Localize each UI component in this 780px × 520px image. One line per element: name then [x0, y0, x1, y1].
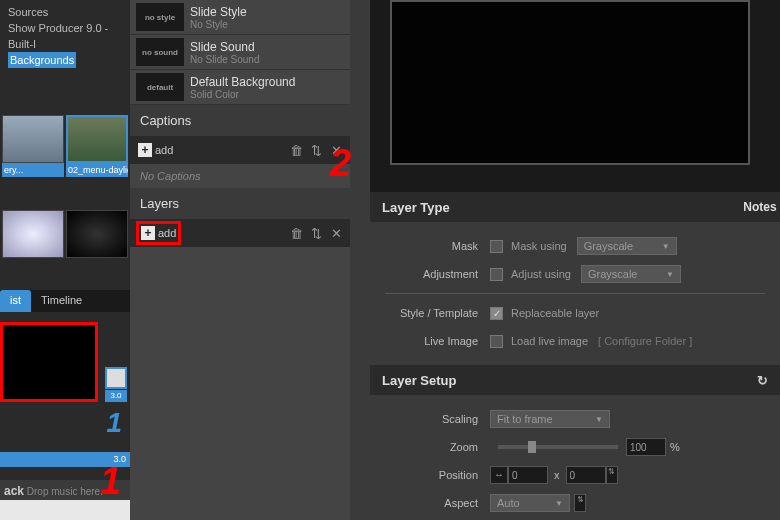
style-checkbox[interactable]: [490, 307, 503, 320]
thumbnail[interactable]: ery...: [2, 115, 64, 185]
slide-style-row[interactable]: no style Slide StyleNo Style: [130, 0, 350, 35]
background-row[interactable]: default Default BackgroundSolid Color: [130, 70, 350, 105]
scaling-row: Scaling Fit to frame▼: [370, 405, 780, 433]
zoom-row: Zoom %: [370, 433, 780, 461]
trash-icon[interactable]: 🗑: [288, 142, 304, 158]
aspect-dropdown[interactable]: Auto▼: [490, 494, 570, 512]
scaling-dropdown[interactable]: Fit to frame▼: [490, 410, 610, 428]
annotation-1: 1: [100, 460, 121, 503]
pos-x-input[interactable]: [508, 466, 548, 484]
wrench-icon[interactable]: ✕: [328, 225, 344, 241]
layers-header: Layers: [130, 188, 350, 219]
aspect-row: Aspect Auto▼ ⇅: [370, 489, 780, 517]
add-layer-button[interactable]: + add: [136, 221, 181, 245]
pos-y-input[interactable]: [566, 466, 606, 484]
live-row: Live Image Load live image [ Configure F…: [370, 327, 780, 355]
mask-checkbox[interactable]: [490, 240, 503, 253]
layers-toolbar: + add 🗑 ⇅ ✕: [130, 219, 350, 247]
track-area[interactable]: [0, 500, 130, 520]
live-checkbox[interactable]: [490, 335, 503, 348]
position-row: Position ↔ x ⇅: [370, 461, 780, 489]
style-row: Style / Template Replaceable layer: [370, 299, 780, 327]
style-swatch: no style: [136, 3, 184, 31]
source-tree: Sources Show Producer 9.0 - Built-I Back…: [0, 0, 130, 68]
duration-badge: 3.0: [105, 390, 127, 402]
tab-list[interactable]: ist: [0, 290, 31, 312]
layer-setup-header: Layer Setup ↻: [370, 365, 780, 395]
aspect-spinner[interactable]: ⇅: [574, 494, 586, 512]
add-caption-button[interactable]: + add: [136, 141, 175, 159]
reorder-icon[interactable]: ⇅: [308, 142, 324, 158]
plus-icon: +: [138, 143, 152, 157]
reorder-icon[interactable]: ⇅: [308, 225, 324, 241]
thumbnail-selected[interactable]: 02_menu-daylig...: [66, 115, 128, 185]
bg-swatch: default: [136, 73, 184, 101]
adjust-dropdown[interactable]: Grayscale▼: [581, 265, 681, 283]
configure-folder-link[interactable]: [ Configure Folder ]: [598, 335, 692, 347]
thumbnail-row: ery... 02_menu-daylig...: [0, 113, 130, 208]
annotation-2: 2: [330, 142, 351, 185]
slide-number: 1: [106, 407, 122, 439]
timeline-clip[interactable]: [0, 322, 98, 402]
adjust-checkbox[interactable]: [490, 268, 503, 281]
zoom-slider[interactable]: [498, 445, 618, 449]
plus-icon: +: [141, 226, 155, 240]
layer-type-header: Layer Type ↻: [370, 192, 780, 222]
thumb-label: ery...: [2, 163, 64, 177]
tree-item-selected[interactable]: Backgrounds: [8, 52, 76, 68]
preview-panel: [370, 0, 780, 192]
mask-dropdown[interactable]: Grayscale▼: [577, 237, 677, 255]
pos-x-left[interactable]: ↔: [490, 466, 508, 484]
zoom-input[interactable]: [626, 438, 666, 456]
view-tabs: ist Timeline: [0, 290, 130, 312]
timeline-area: 3.0 1 3.0: [0, 312, 130, 472]
timeline-thumb[interactable]: [105, 367, 127, 389]
thumbnail[interactable]: [2, 210, 64, 280]
tab-timeline[interactable]: Timeline: [31, 290, 92, 312]
captions-toolbar: + add 🗑 ⇅ ✕: [130, 136, 350, 164]
preview-canvas[interactable]: [390, 0, 750, 165]
notes-tab[interactable]: Notes: [740, 192, 780, 222]
slide-sound-row[interactable]: no sound Slide SoundNo Slide Sound: [130, 35, 350, 70]
sound-swatch: no sound: [136, 38, 184, 66]
tree-item[interactable]: Show Producer 9.0 - Built-I: [8, 20, 130, 52]
captions-header: Captions: [130, 105, 350, 136]
thumbnail[interactable]: [66, 210, 128, 280]
properties-panel: no style Slide StyleNo Style no sound Sl…: [130, 0, 350, 520]
thumbnail-row-2: [0, 208, 130, 283]
captions-empty: No Captions: [130, 164, 350, 188]
layer-properties: Layer Type ↻ Mask Mask using Grayscale▼ …: [370, 192, 780, 520]
adjustment-row: Adjustment Adjust using Grayscale▼: [370, 260, 780, 288]
pos-spinner[interactable]: ⇅: [606, 466, 618, 484]
tree-item[interactable]: Sources: [8, 4, 130, 20]
trash-icon[interactable]: 🗑: [288, 225, 304, 241]
refresh-icon[interactable]: ↻: [757, 373, 768, 388]
mask-row: Mask Mask using Grayscale▼: [370, 232, 780, 260]
thumb-label: 02_menu-daylig...: [66, 163, 128, 177]
